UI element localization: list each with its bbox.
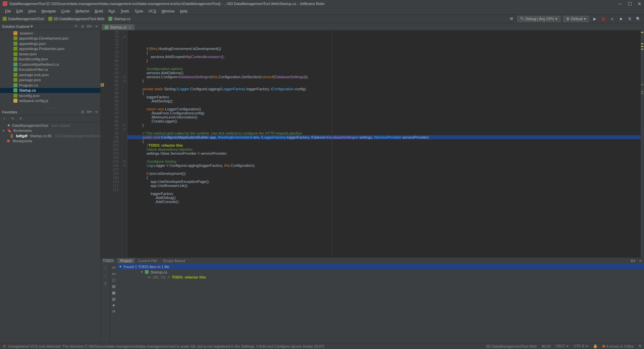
favorites-tree[interactable]: ★DataManagementToolauto-added ▾🔖Bookmark…: [0, 122, 100, 343]
menu-run[interactable]: Run: [106, 8, 117, 14]
build-icon[interactable]: ⚒: [508, 16, 515, 22]
info-marker[interactable]: [641, 84, 643, 85]
warn-icon[interactable]: ⚠: [3, 344, 6, 348]
tree-item[interactable]: Program.cs: [0, 83, 100, 88]
breadcrumb-project[interactable]: SD.DataManagementTool.Web: [48, 17, 104, 21]
tree-item[interactable]: package-lock.json: [0, 72, 100, 78]
close-tab-icon[interactable]: ✕: [128, 26, 132, 29]
gear-icon[interactable]: ⚙▾: [87, 24, 92, 29]
search-icon[interactable]: 🔍: [635, 16, 641, 22]
expand-icon[interactable]: ▭: [112, 265, 115, 269]
git-sync-icon[interactable]: ⇅: [638, 344, 641, 348]
breadcrumb-file[interactable]: Startup.cs: [108, 17, 130, 21]
status-ending[interactable]: CRLF ≑: [555, 344, 569, 348]
error-stripe[interactable]: [641, 31, 644, 257]
add-icon[interactable]: ＋: [2, 116, 7, 121]
status-message[interactable]: Unregistered VCS root detected: The dire…: [8, 344, 324, 348]
hide-icon[interactable]: ⇥: [94, 24, 98, 29]
menu-file[interactable]: File: [3, 8, 13, 14]
tree-item[interactable]: bower.json: [0, 51, 100, 57]
menu-refactor[interactable]: Refactor: [73, 8, 92, 14]
line-gutter[interactable]: 7374757677787980818283848586878889909192…: [104, 31, 122, 257]
tree-item[interactable]: Startup.cs: [0, 88, 100, 93]
delete-icon[interactable]: ✕: [18, 116, 23, 121]
up-icon[interactable]: ↑: [102, 265, 108, 271]
status-encoding[interactable]: UTF-8 ≑: [574, 344, 588, 348]
tree-item[interactable]: package.json: [0, 78, 100, 83]
help-icon[interactable]: ?: [102, 281, 108, 287]
todo-file[interactable]: ▾Startup.cs: [117, 269, 644, 275]
tab-scope[interactable]: Scope Based: [160, 258, 187, 263]
tree-item[interactable]: appsettings.json: [0, 41, 100, 46]
bookmarks-node[interactable]: ▾🔖Bookmarks: [0, 128, 100, 134]
status-errors[interactable]: 4 errors in 3 files: [602, 344, 634, 348]
tab-current[interactable]: Current File: [135, 258, 160, 263]
tree-item[interactable]: webpack.config.js: [0, 98, 100, 104]
bookmark-gutter[interactable]: A: [101, 31, 104, 257]
info-marker[interactable]: [641, 91, 643, 92]
debug-icon[interactable]: 🐞: [600, 16, 606, 22]
git-icon[interactable]: ⇅: [627, 16, 633, 22]
fold-gutter[interactable]: ⊟⊟⊟⊟⊟⊟⊟: [122, 31, 127, 257]
menu-vcs[interactable]: VCS: [146, 8, 159, 14]
hide-icon[interactable]: ⇥: [94, 110, 98, 114]
bookmark-item[interactable]: AbdfgdfStartup.cs:86(SD.DataManagementTo…: [0, 133, 100, 139]
sync-icon[interactable]: ⟳: [73, 24, 78, 29]
menu-window[interactable]: Window: [159, 8, 177, 14]
close-icon[interactable]: ✕: [638, 2, 641, 6]
menu-tests[interactable]: Tests: [118, 8, 131, 14]
tree-item[interactable]: tsconfig.json: [0, 93, 100, 98]
lock-icon[interactable]: 🔒: [593, 344, 598, 348]
tree-item[interactable]: bundleconfig.json: [0, 57, 100, 62]
solution-tree[interactable]: .bowerrcappsettings.Development.jsonapps…: [0, 30, 100, 107]
tree-item[interactable]: appsettings.Production.json: [0, 46, 100, 52]
tree-item[interactable]: ExceptionFilter.cs: [0, 67, 100, 72]
preview-icon[interactable]: ▥: [112, 297, 115, 301]
code-view[interactable]: if (!this.HostingEnvironment.IsDevelopme…: [127, 31, 641, 257]
gear-icon[interactable]: ⚙▾: [631, 258, 635, 263]
menu-edit[interactable]: Edit: [14, 8, 25, 14]
hide-icon[interactable]: ⇥: [637, 258, 642, 263]
group-icon[interactable]: ▤: [112, 284, 115, 289]
todo-entry[interactable]: ▭(98, 15) // TODO: refactor this: [117, 275, 644, 280]
collapse-icon[interactable]: ▭: [112, 271, 115, 276]
target-combo[interactable]: ⚙Default▾: [563, 16, 589, 22]
refresh-icon[interactable]: ⟳: [112, 309, 115, 314]
tree-icon[interactable]: ▦: [112, 291, 115, 295]
breadcrumb-root[interactable]: DataManagementTool: [3, 17, 44, 21]
favorite-root[interactable]: ★DataManagementToolauto-added: [0, 123, 100, 128]
menu-navigate[interactable]: Navigate: [39, 8, 58, 14]
menu-tools[interactable]: Tools: [132, 8, 146, 14]
warn-marker[interactable]: [641, 32, 643, 33]
warn-marker[interactable]: [641, 43, 643, 44]
info-marker[interactable]: [641, 93, 643, 94]
menu-help[interactable]: Help: [178, 8, 190, 14]
tree-item[interactable]: .bowerrc: [0, 31, 100, 36]
tree-item[interactable]: CustomHttpsRedirect.cs: [0, 62, 100, 67]
down-icon[interactable]: ↓: [102, 273, 108, 279]
tree-item[interactable]: appsettings.Development.json: [0, 36, 100, 41]
stop-icon[interactable]: ■: [618, 16, 624, 22]
collapse-icon[interactable]: ⊟: [80, 110, 85, 114]
collapse-icon[interactable]: ⊟: [80, 24, 85, 29]
filter-icon[interactable]: ▼: [112, 303, 116, 307]
menu-code[interactable]: Code: [59, 8, 72, 14]
gear-icon[interactable]: ⚙▾: [87, 110, 92, 114]
edit-icon[interactable]: ✎: [10, 116, 15, 121]
warn-marker[interactable]: [641, 46, 643, 47]
minimize-icon[interactable]: ─: [618, 2, 622, 6]
warn-marker[interactable]: [641, 49, 643, 50]
editor-body[interactable]: A 73747576777879808182838485868788899091…: [101, 31, 644, 257]
menu-build[interactable]: Build: [93, 8, 105, 14]
bookmark-badge[interactable]: A: [101, 83, 104, 87]
status-project[interactable]: SD.DataManagementTool.Web: [486, 344, 537, 348]
breakpoints-node[interactable]: Breakpoints: [0, 139, 100, 144]
maximize-icon[interactable]: ☐: [628, 2, 632, 6]
config-combo[interactable]: ⛏Debug | Any CPU▾: [517, 16, 560, 22]
auto-icon[interactable]: ▢: [112, 278, 115, 282]
run-icon[interactable]: ▶: [592, 16, 598, 22]
status-position[interactable]: 96:50: [541, 344, 551, 348]
todo-summary[interactable]: ▾Found 1 TODO item in 1 file: [117, 264, 644, 269]
tab-project[interactable]: Project: [118, 258, 135, 263]
tab-startup[interactable]: Startup.cs ✕: [102, 24, 135, 30]
